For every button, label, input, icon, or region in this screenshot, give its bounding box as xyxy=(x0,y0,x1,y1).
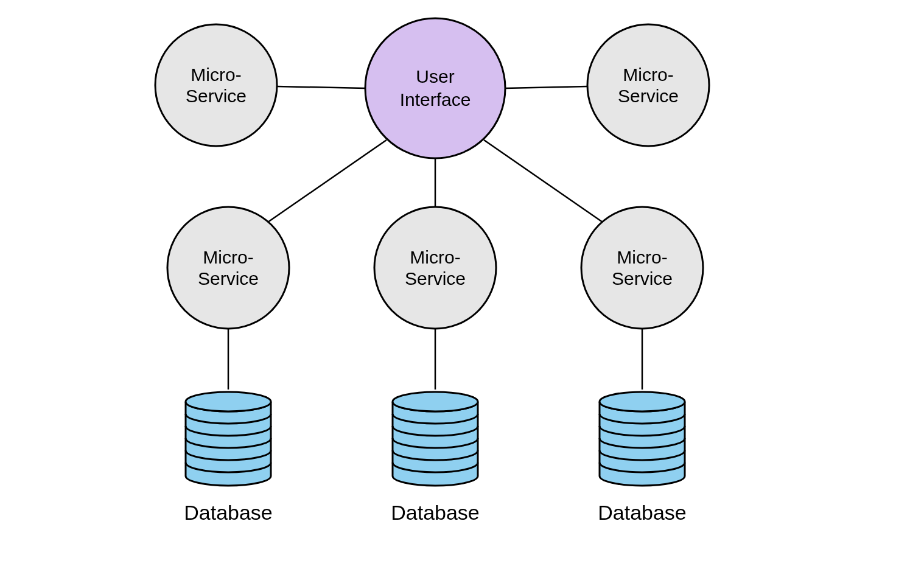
database-mid-label: Database xyxy=(391,501,480,524)
node-ms-bot-left-label-1: Micro- xyxy=(203,247,253,267)
node-ms-top-right-label-1: Micro- xyxy=(623,65,673,85)
node-microservice-bottom-mid: Micro- Service xyxy=(374,207,496,329)
node-user-interface: User Interface xyxy=(365,18,505,158)
node-ms-top-right-label-2: Service xyxy=(618,86,679,106)
node-ms-bot-mid-label-1: Micro- xyxy=(410,247,460,267)
edge-ui-ms-bot-left xyxy=(268,140,387,222)
database-mid xyxy=(393,392,478,486)
architecture-diagram: User Interface Micro- Service Micro- Ser… xyxy=(0,0,924,566)
database-icon xyxy=(186,392,271,486)
node-microservice-top-left: Micro- Service xyxy=(155,24,277,146)
database-left-label: Database xyxy=(184,501,273,524)
node-microservice-bottom-right: Micro- Service xyxy=(581,207,703,329)
node-ms-bot-right-label-1: Micro- xyxy=(617,247,667,267)
svg-point-0 xyxy=(365,18,505,158)
database-right xyxy=(600,392,685,486)
node-ms-bot-mid-label-2: Service xyxy=(405,268,466,288)
node-ms-bot-right-label-2: Service xyxy=(612,268,673,288)
edge-ui-ms-bot-right xyxy=(484,140,603,222)
node-ms-bot-left-label-2: Service xyxy=(198,268,259,288)
node-microservice-top-right: Micro- Service xyxy=(587,24,709,146)
database-right-label: Database xyxy=(598,501,687,524)
node-user-interface-label-1: User xyxy=(416,66,454,86)
node-ms-top-left-label-1: Micro- xyxy=(191,65,241,85)
edge-ui-ms-top-left xyxy=(277,86,365,88)
database-icon xyxy=(393,392,478,486)
database-icon xyxy=(600,392,685,486)
node-microservice-bottom-left: Micro- Service xyxy=(167,207,289,329)
edge-ui-ms-top-right xyxy=(505,86,587,88)
node-user-interface-label-2: Interface xyxy=(400,89,471,110)
database-left xyxy=(186,392,271,486)
node-ms-top-left-label-2: Service xyxy=(186,86,247,106)
